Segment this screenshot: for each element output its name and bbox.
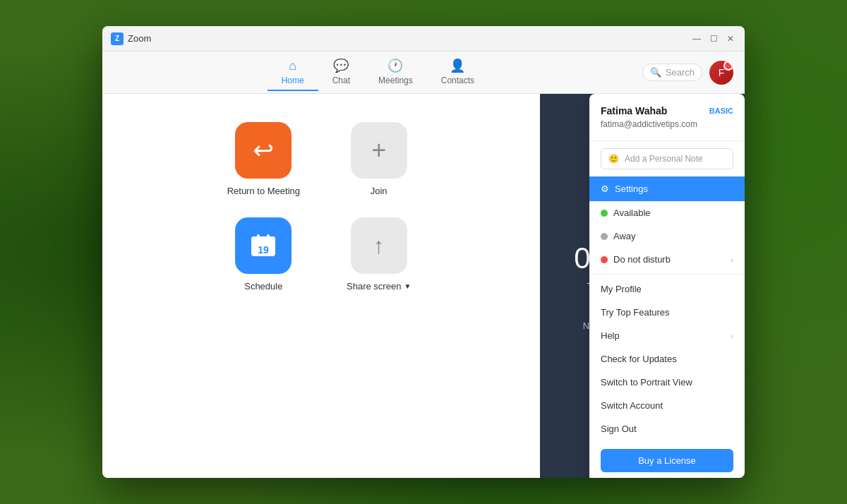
- personal-note-input[interactable]: 🙂 Add a Personal Note: [601, 148, 733, 169]
- settings-label: Settings: [615, 184, 648, 194]
- try-top-features-label: Try Top Features: [601, 307, 670, 318]
- zoom-logo-icon: Z: [111, 32, 124, 45]
- navbar: ⌂ Home 💬 Chat 🕐 Meetings 👤 Contacts 🔍 Se…: [102, 52, 745, 94]
- main-content: ↩ Return to Meeting + Join: [102, 94, 745, 478]
- schedule-button[interactable]: 19: [235, 217, 292, 274]
- buy-license-button[interactable]: Buy a License: [601, 449, 733, 472]
- tab-home[interactable]: ⌂ Home: [268, 54, 318, 91]
- action-grid: ↩ Return to Meeting + Join: [227, 122, 416, 292]
- menu-my-profile[interactable]: My Profile: [589, 277, 745, 301]
- menu-check-for-updates[interactable]: Check for Updates: [589, 347, 745, 371]
- profile-dropdown: Fatima Wahab BASIC fatima@addictivetips.…: [589, 94, 745, 478]
- menu-switch-account[interactable]: Switch Account: [589, 394, 745, 417]
- window-controls: — ☐ ✕: [691, 33, 736, 44]
- away-dot: [601, 233, 608, 240]
- zoom-window: Z Zoom — ☐ ✕ ⌂ Home 💬 Chat 🕐 Meetings �: [102, 26, 745, 478]
- profile-badge: BASIC: [709, 107, 733, 115]
- available-dot: [601, 210, 608, 217]
- switch-account-label: Switch Account: [601, 400, 663, 411]
- profile-header: Fatima Wahab BASIC fatima@addictivetips.…: [589, 94, 745, 141]
- menu-sign-out[interactable]: Sign Out: [589, 417, 745, 440]
- action-return-to-meeting[interactable]: ↩ Return to Meeting: [227, 122, 300, 196]
- home-icon: ⌂: [289, 59, 296, 73]
- dnd-dot: [601, 256, 608, 263]
- action-schedule[interactable]: 19 Schedule: [227, 217, 300, 292]
- help-label: Help: [601, 330, 620, 341]
- return-to-meeting-label: Return to Meeting: [227, 186, 300, 196]
- search-icon: 🔍: [650, 67, 661, 78]
- dnd-label: Do not disturb: [613, 254, 671, 265]
- share-screen-dropdown-icon: ▼: [404, 282, 411, 290]
- app-logo: Z Zoom: [111, 32, 151, 45]
- menu-divider-1: [589, 274, 745, 275]
- meetings-icon: 🕐: [388, 58, 403, 73]
- maximize-button[interactable]: ☐: [708, 33, 719, 44]
- tab-meetings-label: Meetings: [378, 76, 413, 85]
- avatar-button[interactable]: F: [709, 61, 733, 85]
- join-icon: +: [371, 136, 386, 165]
- join-button[interactable]: +: [351, 122, 407, 179]
- menu-try-top-features[interactable]: Try Top Features: [589, 301, 745, 324]
- calendar-icon: 19: [248, 231, 278, 260]
- svg-rect-5: [267, 234, 270, 240]
- close-button[interactable]: ✕: [725, 33, 736, 44]
- action-join[interactable]: + Join: [342, 122, 415, 196]
- nav-tabs: ⌂ Home 💬 Chat 🕐 Meetings 👤 Contacts: [268, 54, 488, 91]
- tab-contacts-label: Contacts: [441, 76, 474, 85]
- status-available[interactable]: Available: [589, 201, 745, 224]
- menu-help[interactable]: Help ›: [589, 324, 745, 347]
- personal-note-placeholder: Add a Personal Note: [625, 154, 703, 164]
- join-label: Join: [371, 186, 388, 196]
- return-icon: ↩: [253, 136, 274, 165]
- share-icon: ↑: [373, 233, 385, 259]
- help-chevron-icon: ›: [731, 332, 733, 340]
- switch-portrait-label: Switch to Portrait View: [601, 377, 692, 388]
- profile-name-row: Fatima Wahab BASIC: [601, 105, 733, 116]
- app-title: Zoom: [128, 33, 151, 44]
- tab-home-label: Home: [282, 76, 304, 85]
- sign-out-label: Sign Out: [601, 424, 637, 434]
- profile-name: Fatima Wahab: [601, 105, 667, 116]
- status-available-left: Available: [601, 208, 651, 218]
- share-screen-label: Share screen ▼: [347, 281, 411, 292]
- tab-meetings[interactable]: 🕐 Meetings: [364, 54, 427, 91]
- minimize-button[interactable]: —: [691, 33, 702, 44]
- svg-text:19: 19: [258, 244, 270, 256]
- chat-icon: 💬: [333, 58, 349, 73]
- menu-switch-portrait[interactable]: Switch to Portrait View: [589, 371, 745, 394]
- search-placeholder: Search: [666, 67, 695, 78]
- profile-email: fatima@addictivetips.com: [601, 119, 733, 129]
- search-box[interactable]: 🔍 Search: [642, 64, 702, 81]
- tab-chat-label: Chat: [332, 76, 350, 85]
- tab-chat[interactable]: 💬 Chat: [318, 54, 364, 91]
- available-label: Available: [613, 208, 651, 218]
- away-label: Away: [613, 231, 636, 241]
- titlebar: Z Zoom — ☐ ✕: [102, 26, 745, 52]
- action-share-screen[interactable]: ↑ Share screen ▼: [342, 217, 415, 292]
- avatar-image: F: [709, 61, 733, 85]
- emoji-icon: 🙂: [608, 154, 619, 164]
- status-away[interactable]: Away: [589, 224, 745, 248]
- left-panel: ↩ Return to Meeting + Join: [102, 94, 540, 478]
- settings-gear-icon: ⚙: [601, 184, 609, 194]
- contacts-icon: 👤: [450, 58, 465, 73]
- my-profile-label: My Profile: [601, 284, 642, 294]
- status-away-left: Away: [601, 231, 636, 241]
- check-for-updates-label: Check for Updates: [601, 354, 677, 364]
- status-dnd-left: Do not disturb: [601, 254, 671, 265]
- schedule-label: Schedule: [244, 281, 282, 292]
- tab-contacts[interactable]: 👤 Contacts: [427, 54, 488, 91]
- status-dnd[interactable]: Do not disturb ›: [589, 248, 745, 271]
- settings-item[interactable]: ⚙ Settings: [589, 176, 745, 201]
- return-to-meeting-button[interactable]: ↩: [235, 122, 292, 179]
- share-screen-button[interactable]: ↑: [351, 217, 407, 274]
- svg-rect-4: [257, 234, 260, 240]
- dnd-chevron-icon: ›: [731, 256, 733, 264]
